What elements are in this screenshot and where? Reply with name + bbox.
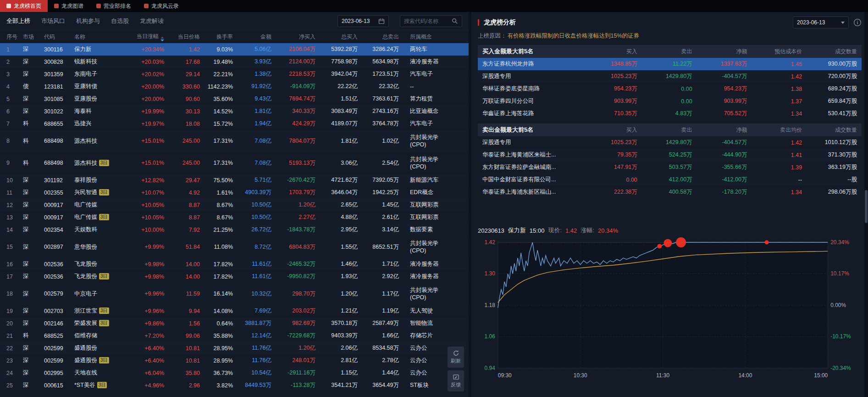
stock-row-002995[interactable]: 24深002995天地在线+6.04%35.8036.73%10.54亿-291… — [0, 367, 469, 379]
branch-row[interactable]: 东方财富证券拉萨金融城南...147.91万503.57万-355.66万1.3… — [478, 161, 862, 173]
stock-row-002703[interactable]: 19深002703浙江世宝3日+9.96%9.9414.08%7.69亿203.… — [0, 305, 469, 317]
list-tabs: 全部上榜市场风口机构参与自选股龙虎解读 — [6, 17, 164, 25]
stock-row-301192[interactable]: 10深301192泰祥股份+12.82%29.4775.50%5.71亿-267… — [0, 174, 469, 186]
date-value: 2023-06-13 — [342, 18, 370, 24]
branch-name: 华泰证券上海黄浦区来福士... — [482, 151, 582, 159]
side-column-header: 买入 — [582, 48, 637, 56]
stock-row-688498[interactable]: 9科688498源杰科技3日+15.01%245.0017.31%7.08亿51… — [0, 152, 469, 174]
stock-table-header: 序号市场代码名称当日涨幅当日价格换手率金额净买入总买入总卖出所属概念 — [0, 30, 469, 43]
top-tab-map[interactable]: 龙虎图谱 — [48, 0, 90, 12]
branch-row[interactable]: 华泰证券上海浦东新区福山...222.38万400.58万-178.20万1.3… — [478, 186, 862, 198]
stock-row-688525[interactable]: 21科688525佰维存储+7.20%99.0635.88%12.14亿-722… — [0, 330, 469, 342]
svg-text:0.94: 0.94 — [485, 365, 496, 371]
svg-text:15:00: 15:00 — [814, 372, 828, 379]
stock-row-002536[interactable]: 17深002536飞龙股份3日+9.98%14.0017.82%11.61亿-9… — [0, 270, 469, 283]
analysis-date-select[interactable]: 2023-06-13 — [793, 17, 849, 28]
stock-row-002146[interactable]: 20深002146荣盛发展3日+9.86%1.560.64%3881.87万98… — [0, 317, 469, 330]
branch-name: 中国中金财富证券有限公司... — [482, 176, 582, 184]
list-tab-all[interactable]: 全部上榜 — [6, 17, 30, 25]
svg-text:09:30: 09:30 — [498, 372, 512, 379]
chart-symbol: 保力新 — [508, 226, 526, 235]
side-column-header: 净额 — [692, 48, 747, 56]
list-tab-institution[interactable]: 机构参与 — [76, 17, 100, 25]
branch-row[interactable]: 中国中金财富证券有限公司...0.00412.00万-412.00万----股 — [478, 173, 862, 186]
stock-row-002355[interactable]: 11深002355兴民智通3日+10.07%4.921.61%4903.39万1… — [0, 186, 469, 199]
branch-row[interactable]: 深股通专用1025.23万1429.80万-404.57万1.421010.12… — [478, 136, 862, 149]
side-table-header: 卖出金额最大前5名买入卖出净额卖出均价成交数量 — [478, 123, 862, 136]
search-icon[interactable] — [452, 18, 458, 24]
stock-row-301085[interactable]: 5深301085亚康股份+20.00%90.6035.60%9.43亿7694.… — [0, 93, 469, 105]
tab-icon — [54, 4, 59, 8]
feedback-button[interactable]: 反馈 — [448, 370, 464, 391]
stock-row-002579[interactable]: 18深002579中京电子+9.96%11.5916.14%10.32亿298.… — [0, 283, 469, 305]
analysis-header: 龙虎榜分析 2023-06-13 — [478, 15, 862, 30]
list-toolbar: 全部上榜市场风口机构参与自选股龙虎解读 2023-06-13 — [0, 12, 469, 30]
search-input[interactable] — [404, 18, 449, 24]
side-column-header: 买入 — [582, 126, 637, 134]
svg-text:10.17%: 10.17% — [830, 270, 849, 277]
top-tab-label: 龙虎风云录 — [151, 2, 179, 10]
branch-row[interactable]: 万联证券四川分公司903.99万0.00903.99万1.37659.84万股 — [478, 95, 862, 107]
side-column-header: 预估成本价 — [747, 48, 802, 56]
top-sellers-table: 卖出金额最大前5名买入卖出净额卖出均价成交数量深股通专用1025.23万1429… — [478, 123, 862, 198]
stock-row-688655[interactable]: 7科688655迅捷兴+19.97%18.0815.72%1.94亿424.29… — [0, 117, 469, 130]
stock-row-000917[interactable]: 13深000917电广传媒3日+10.05%8.878.67%10.50亿2.2… — [0, 211, 469, 224]
svg-text:11:30: 11:30 — [656, 372, 669, 379]
branch-row[interactable]: 东方证券杭州龙井路1348.85万11.22万1337.63万1.45930.0… — [478, 58, 862, 70]
branch-name: 万联证券四川分公司 — [482, 97, 582, 105]
stock-row-688498[interactable]: 8科688498源杰科技+15.01%245.0017.31%7.08亿7804… — [0, 130, 469, 152]
stock-row-300116[interactable]: 1深300116保力新+20.34%1.429.03%5.06亿2106.04万… — [0, 43, 469, 56]
stock-row-000917[interactable]: 12深000917电广传媒+10.05%8.878.67%10.50亿1.20亿… — [0, 199, 469, 211]
svg-text:1.06: 1.06 — [485, 333, 496, 340]
chevron-down-icon — [841, 22, 845, 24]
list-tab-interpretation[interactable]: 龙虎解读 — [140, 17, 164, 25]
stock-row-300828[interactable]: 2深300828锐新科技+20.03%17.6819.48%3.93亿2124.… — [0, 56, 469, 68]
branch-row[interactable]: 深股通专用1025.23万1429.80万-404.57万1.42720.00万… — [478, 70, 862, 83]
branch-row[interactable]: 华泰证券上海黄浦区来福士...79.35万524.25万-444.90万1.41… — [478, 149, 862, 161]
stock-row-123181[interactable]: 4债123181亚康转债+20.00%330.601142.23%91.92亿-… — [0, 80, 469, 93]
svg-text:-20.34%: -20.34% — [830, 365, 851, 371]
side-table-title: 卖出金额最大前5名 — [482, 126, 582, 134]
stock-row-000615[interactable]: 25深000615*ST美谷3日+4.96%2.963.82%8449.53万-… — [0, 379, 469, 391]
three-day-badge: 3日 — [99, 214, 109, 220]
scrollbar[interactable] — [864, 12, 868, 397]
column-header-8: 净买入 — [274, 33, 318, 41]
side-column-header: 成交数量 — [802, 126, 857, 134]
stock-row-002599[interactable]: 22深002599盛通股份+6.40%10.8128.95%11.76亿1.20… — [0, 342, 469, 354]
top-tab-label: 营业部排名 — [104, 2, 131, 10]
refresh-button[interactable]: 刷新 — [448, 347, 464, 368]
stock-row-002897[interactable]: 15深002897意华股份+9.99%51.8411.08%8.72亿6804.… — [0, 236, 469, 258]
column-header-4[interactable]: 当日涨幅 — [128, 33, 167, 41]
info-icon[interactable] — [853, 18, 862, 27]
reason-label: 上榜原因： — [478, 32, 507, 40]
svg-text:1.30: 1.30 — [485, 270, 496, 277]
stock-row-002599[interactable]: 23深002599盛通股份3日+6.40%10.8128.95%11.76亿24… — [0, 354, 469, 367]
branch-row[interactable]: 华林证券娄底娄星南路954.23万0.00954.23万1.38689.24万股 — [478, 83, 862, 95]
top-tab-broker-rank[interactable]: 营业部排名 — [90, 0, 138, 12]
branch-name: 深股通专用 — [482, 139, 582, 146]
three-day-badge: 3日 — [97, 382, 107, 388]
list-tab-watchlist[interactable]: 自选股 — [111, 17, 129, 25]
top-tab-bar: 龙虎榜首页龙虎图谱营业部排名龙虎风云录 — [0, 0, 868, 12]
stock-row-002536[interactable]: 16深002536飞龙股份+9.98%14.0017.82%11.61亿-246… — [0, 258, 469, 270]
three-day-badge: 3日 — [99, 273, 109, 280]
top-tab-home[interactable]: 龙虎榜首页 — [0, 0, 48, 12]
list-tab-market-wind[interactable]: 市场风口 — [41, 17, 65, 25]
side-column-header: 卖出均价 — [747, 126, 802, 134]
stock-row-002354[interactable]: 14深002354天娱数科+10.00%7.9221.25%26.72亿-184… — [0, 224, 469, 236]
svg-text:1.18: 1.18 — [485, 302, 496, 308]
side-column-header: 卖出 — [637, 126, 692, 134]
listing-reason: 上榜原因： 有价格涨跌幅限制的日收盘价格涨幅达到15%的证券 — [478, 30, 862, 41]
date-picker[interactable]: 2023-06-13 — [337, 15, 389, 27]
top-tab-chronicle[interactable]: 龙虎风云录 — [138, 0, 185, 12]
stock-row-301022[interactable]: 6深301022海泰科+19.99%30.1314.52%1.81亿340.33… — [0, 105, 469, 117]
calendar-icon — [378, 18, 385, 24]
stock-row-301359[interactable]: 3深301359东南电子+20.02%29.1422.21%1.38亿2218.… — [0, 68, 469, 80]
branch-row[interactable]: 华鑫证券上海莲花路710.35万4.83万705.52万1.34530.41万股 — [478, 107, 862, 120]
svg-text:20.34%: 20.34% — [830, 239, 849, 246]
current-price-label: 现价: — [548, 226, 562, 235]
scrollbar-thumb[interactable] — [865, 190, 868, 223]
analysis-date-value: 2023-06-13 — [797, 19, 825, 26]
column-header-7: 金额 — [236, 33, 274, 41]
column-header-3: 名称 — [74, 33, 128, 41]
